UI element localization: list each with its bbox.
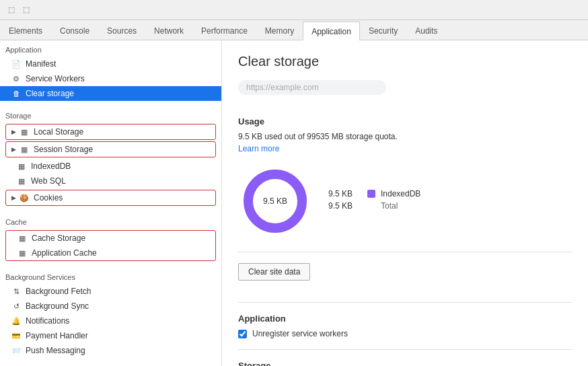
tab-performance[interactable]: Performance (192, 21, 256, 40)
notifications-icon: 🔔 (11, 316, 22, 326)
application-section-label: Application (0, 40, 221, 57)
app-cache-icon: ▦ (17, 248, 28, 258)
inspect-icon[interactable]: ⬚ (5, 4, 17, 16)
sidebar-item-push-messaging[interactable]: 📨 Push Messaging (0, 343, 221, 358)
usage-text: 9.5 KB used out of 99535 MB storage quot… (238, 132, 572, 141)
sidebar-item-manifest[interactable]: 📄 Manifest (0, 57, 221, 71)
tab-memory[interactable]: Memory (256, 21, 303, 40)
legend-dot-1 (367, 190, 375, 198)
learn-more-link[interactable]: Learn more (238, 144, 279, 153)
cache-section-label: Cache (0, 213, 221, 229)
bg-fetch-icon: ⇅ (11, 286, 22, 297)
device-icon[interactable]: ⬚ (20, 4, 32, 16)
sidebar-item-session-storage[interactable]: ▶ ▦ Session Storage (6, 142, 215, 157)
tab-network[interactable]: Network (145, 21, 192, 40)
arrow-icon: ▶ (11, 129, 16, 135)
sidebar-item-local-storage[interactable]: ▶ ▦ Local Storage (6, 124, 215, 139)
arrow-icon2: ▶ (11, 146, 16, 153)
indexeddb-icon: ▦ (16, 161, 27, 172)
tab-application[interactable]: Application (303, 22, 360, 40)
sidebar-item-web-sql[interactable]: ▦ Web SQL (0, 174, 221, 188)
gear-icon: ⚙ (11, 73, 22, 84)
sidebar-item-application-cache[interactable]: ▦ Application Cache (6, 246, 215, 260)
url-bar: https://example.com (238, 80, 386, 95)
devtools-toolbar: ⬚ ⬚ (0, 0, 588, 20)
sidebar-item-payment-handler[interactable]: 💳 Payment Handler (0, 328, 221, 343)
sidebar-item-clear-storage[interactable]: 🗑 Clear storage (0, 86, 221, 101)
divider-3 (238, 349, 572, 350)
bg-services-label: Background Services (0, 268, 221, 284)
divider-2 (238, 302, 572, 303)
push-icon: 📨 (11, 345, 22, 356)
unregister-checkbox[interactable] (238, 330, 247, 338)
tab-console[interactable]: Console (51, 21, 98, 40)
clear-site-data-button[interactable]: Clear site data (238, 263, 310, 281)
divider-1 (238, 252, 572, 252)
application-section-title: Application (238, 314, 572, 324)
cache-storage-icon: ▦ (17, 233, 28, 244)
unregister-checkbox-row: Unregister service workers (238, 329, 572, 338)
sidebar-item-bg-fetch[interactable]: ⇅ Background Fetch (0, 284, 221, 299)
tab-audits[interactable]: Audits (406, 21, 446, 40)
cookies-icon: 🍪 (19, 192, 30, 203)
manifest-icon: 📄 (11, 59, 22, 69)
tab-elements[interactable]: Elements (0, 21, 51, 40)
legend-val-1: 9.5 KB (328, 189, 362, 198)
unregister-label: Unregister service workers (252, 329, 348, 338)
sidebar-item-indexeddb[interactable]: ▦ IndexedDB (0, 159, 221, 174)
usage-section-title: Usage (238, 116, 572, 126)
donut-area: 9.5 KB 9.5 KB IndexedDB 9.5 KB Total (238, 164, 572, 238)
sidebar-item-bg-sync[interactable]: ↺ Background Sync (0, 299, 221, 314)
legend: 9.5 KB IndexedDB 9.5 KB Total (328, 189, 420, 213)
sidebar-item-notifications[interactable]: 🔔 Notifications (0, 314, 221, 328)
local-storage-icon: ▦ (19, 126, 30, 137)
legend-row-indexeddb: 9.5 KB IndexedDB (328, 189, 420, 198)
storage-icon: 🗑 (11, 88, 22, 99)
arrow-icon3: ▶ (11, 194, 16, 201)
content-area: Clear storage https://example.com Usage … (222, 40, 588, 366)
sidebar: Application 📄 Manifest ⚙ Service Workers… (0, 40, 222, 366)
devtools-tabs: Elements Console Sources Network Perform… (0, 20, 588, 40)
legend-dot-2 (367, 202, 375, 210)
legend-name-2: Total (381, 201, 398, 211)
legend-row-total: 9.5 KB Total (328, 201, 420, 211)
sidebar-item-service-workers[interactable]: ⚙ Service Workers (0, 71, 221, 86)
sidebar-item-cache-storage[interactable]: ▦ Cache Storage (6, 231, 215, 246)
legend-name-1: IndexedDB (381, 189, 420, 198)
donut-label: 9.5 KB (263, 196, 287, 206)
tab-sources[interactable]: Sources (98, 21, 145, 40)
payment-icon: 💳 (11, 330, 22, 341)
main-layout: Application 📄 Manifest ⚙ Service Workers… (0, 40, 588, 366)
legend-val-2: 9.5 KB (328, 201, 362, 211)
bg-sync-icon: ↺ (11, 301, 22, 312)
frames-section-label: Frames (0, 363, 221, 366)
session-storage-icon: ▦ (19, 144, 30, 155)
web-sql-icon: ▦ (16, 176, 27, 186)
donut-chart: 9.5 KB (238, 164, 312, 238)
storage-section-label: Storage (0, 106, 221, 122)
tab-security[interactable]: Security (360, 21, 406, 40)
sidebar-item-cookies[interactable]: ▶ 🍪 Cookies (6, 190, 215, 205)
storage-section-title: Storage (238, 361, 572, 366)
page-title: Clear storage (238, 54, 572, 69)
